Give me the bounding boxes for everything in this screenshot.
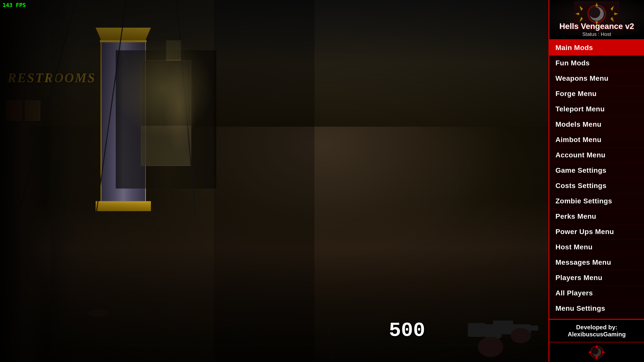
menu-item-messages-menu[interactable]: Messages Menu [549, 255, 644, 270]
menu-item-forge-menu[interactable]: Forge Menu [549, 86, 644, 102]
menu-title: Hells Vengeance v2 [549, 22, 644, 31]
menu-item-account-menu[interactable]: Account Menu [549, 148, 644, 163]
menu-item-host-menu[interactable]: Host Menu [549, 240, 644, 255]
developer-text: Developed by: AlexibuscusGaming [554, 324, 639, 338]
menu-item-teleport-menu[interactable]: Teleport Menu [549, 102, 644, 117]
svg-point-23 [591, 347, 598, 354]
menu-item-costs-settings[interactable]: Costs Settings [549, 178, 644, 194]
menu-panel: Hells Vengeance v2 Status : Host Main Mo… [548, 0, 644, 362]
menu-bottom-logo [549, 342, 644, 362]
menu-item-players-menu[interactable]: Players Menu [549, 270, 644, 286]
menu-item-all-players[interactable]: All Players [549, 286, 644, 301]
menu-item-models-menu[interactable]: Models Menu [549, 117, 644, 132]
menu-item-zombie-settings[interactable]: Zombie Settings [549, 194, 644, 209]
menu-item-game-settings[interactable]: Game Settings [549, 163, 644, 178]
menu-item-perks-menu[interactable]: Perks Menu [549, 209, 644, 224]
score-display: 500 [389, 319, 425, 342]
menu-item-main-mods[interactable]: Main Mods [549, 40, 644, 56]
menu-item-fun-mods[interactable]: Fun Mods [549, 56, 644, 71]
menu-header: Hells Vengeance v2 Status : Host [549, 0, 644, 40]
menu-item-power-ups-menu[interactable]: Power Ups Menu [549, 224, 644, 240]
menu-footer: Developed by: AlexibuscusGaming [549, 319, 644, 342]
menu-list: Main ModsFun ModsWeapons MenuForge MenuT… [549, 40, 644, 319]
menu-item-menu-settings[interactable]: Menu Settings [549, 301, 644, 316]
svg-point-11 [589, 7, 600, 18]
menu-item-aimbot-menu[interactable]: Aimbot Menu [549, 132, 644, 148]
menu-status: Status : Host [549, 31, 644, 37]
fps-counter: 143 FPS [3, 2, 26, 8]
menu-item-weapons-menu[interactable]: Weapons Menu [549, 71, 644, 86]
